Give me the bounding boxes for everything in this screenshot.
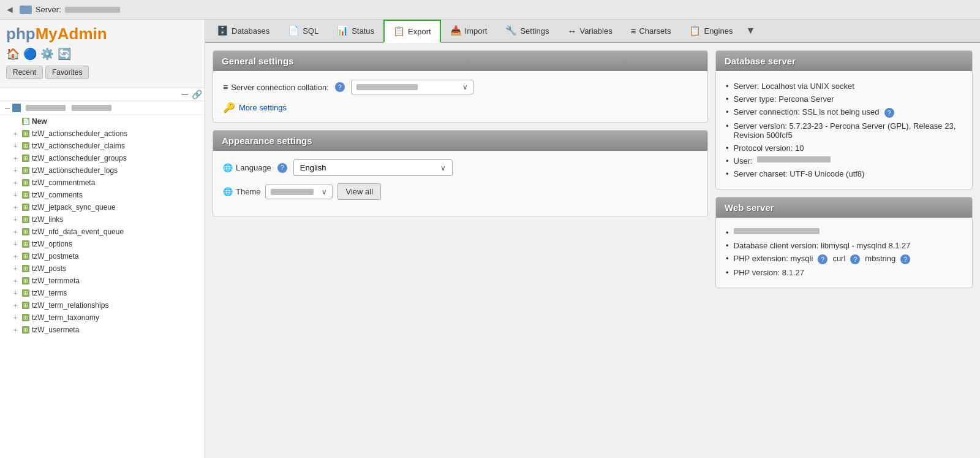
db-server-list: Server: Localhost via UNIX socket Server…: [726, 80, 962, 180]
import-icon: 📥: [450, 25, 462, 36]
table-icon: ⊞: [22, 277, 29, 284]
expand-icon: +: [13, 167, 22, 174]
tab-favorites[interactable]: Favorites: [45, 66, 89, 79]
db-server-item: Protocol version: 10: [726, 142, 962, 155]
db-name-redacted2: [72, 105, 111, 111]
list-item[interactable]: + ⊞ tzW_usermeta: [0, 324, 205, 336]
table-icon: ⊞: [22, 216, 29, 223]
tab-charsets-label: Charsets: [639, 26, 671, 36]
list-item[interactable]: + ⊞ tzW_options: [0, 238, 205, 250]
db-server-item: Server: Localhost via UNIX socket: [726, 80, 962, 93]
table-icon: ⊞: [22, 253, 29, 260]
tab-sql[interactable]: 📄 SQL: [279, 20, 328, 42]
db-server-item: Server version: 5.7.23-23 - Percona Serv…: [726, 120, 962, 142]
tab-settings-label: Settings: [520, 26, 549, 36]
table-icon: ⊞: [22, 326, 29, 334]
expand-icon: +: [13, 253, 22, 260]
tab-status[interactable]: 📊 Status: [328, 20, 383, 42]
list-icon: ≡: [223, 82, 228, 92]
back-arrow[interactable]: ◄: [5, 4, 15, 15]
db-server-item: Server type: Percona Server: [726, 93, 962, 105]
tree-collapse-toggle[interactable]: ─: [5, 104, 10, 112]
list-item[interactable]: + ⊞ tzW_actionscheduler_actions: [0, 128, 205, 140]
home-icon[interactable]: 🏠: [6, 47, 20, 61]
web-server-item: PHP version: 8.1.27: [726, 266, 962, 279]
tab-databases-label: Databases: [232, 26, 270, 36]
tab-settings[interactable]: 🔧 Settings: [496, 20, 558, 42]
list-item[interactable]: + ⊞ tzW_posts: [0, 262, 205, 275]
language-select[interactable]: English ∨: [293, 159, 453, 176]
expand-icon: +: [13, 155, 22, 162]
web-server-body: Database client version: libmysql - mysq…: [716, 218, 972, 288]
curl-info-icon[interactable]: ?: [850, 254, 860, 264]
theme-icon: 🌐: [223, 187, 233, 196]
list-item[interactable]: + ⊞ tzW_actionscheduler_logs: [0, 164, 205, 177]
expand-icon: +: [13, 228, 22, 235]
expand-icon: +: [13, 130, 22, 137]
collation-row: ≡ Server connection collation: ? ∨: [223, 80, 698, 94]
tab-engines[interactable]: 📋 Engines: [680, 20, 742, 42]
tab-charsets[interactable]: ≡ Charsets: [622, 20, 680, 42]
tab-status-label: Status: [352, 26, 374, 36]
tab-variables[interactable]: ↔️ Variables: [558, 20, 621, 42]
db-server-item: Server charset: UTF-8 Unicode (utf8): [726, 167, 962, 180]
list-item[interactable]: + ⊞ tzW_postmeta: [0, 250, 205, 262]
expand-icon: +: [13, 191, 22, 199]
ssl-info-icon[interactable]: ?: [884, 108, 894, 118]
list-item[interactable]: + ⊞ tzW_term_taxonomy: [0, 311, 205, 324]
list-item[interactable]: + ⊞ tzW_actionscheduler_groups: [0, 152, 205, 164]
sql-icon: 📄: [288, 25, 300, 36]
logo-myadmin: MyAdmin: [36, 25, 107, 43]
language-info-icon[interactable]: ?: [277, 163, 287, 173]
expand-icon: +: [13, 265, 22, 272]
collation-label: ≡ Server connection collation:: [223, 82, 329, 92]
db-icon: [12, 104, 21, 112]
list-item[interactable]: + ⊞ tzW_termmeta: [0, 275, 205, 287]
expand-icon: +: [13, 314, 22, 321]
mysqli-info-icon[interactable]: ?: [818, 254, 827, 264]
list-item[interactable]: + ⊞ tzW_jetpack_sync_queue: [0, 201, 205, 213]
general-settings-title: General settings: [222, 56, 699, 66]
view-all-button[interactable]: View all: [337, 183, 381, 200]
gear-icon[interactable]: ⚙️: [40, 47, 54, 61]
tab-recent[interactable]: Recent: [6, 66, 43, 79]
tab-import[interactable]: 📥 Import: [441, 20, 497, 42]
tab-export-label: Export: [408, 27, 431, 36]
list-item[interactable]: + ⊞ tzW_comments: [0, 189, 205, 201]
refresh-icon[interactable]: 🔄: [58, 47, 71, 61]
collapse-icon[interactable]: ─: [182, 90, 188, 99]
export-icon: 📋: [393, 26, 405, 37]
tab-export[interactable]: 📋 Export: [383, 20, 441, 43]
collation-value-redacted: [356, 84, 418, 90]
list-item[interactable]: + ⊞ tzW_nfd_data_event_queue: [0, 226, 205, 238]
appearance-settings-header: Appearance settings: [213, 131, 707, 151]
theme-label-text: 🌐 Theme: [223, 187, 260, 196]
collation-info-icon[interactable]: ?: [335, 82, 345, 92]
more-settings-link[interactable]: 🔑 More settings: [223, 102, 698, 113]
collation-select[interactable]: ∨: [351, 80, 473, 94]
list-item[interactable]: + ⊞ tzW_term_relationships: [0, 299, 205, 311]
theme-select[interactable]: ∨: [265, 185, 333, 199]
list-item[interactable]: + ⊞ tzW_links: [0, 213, 205, 226]
nav-more-button[interactable]: ▼: [742, 20, 759, 41]
theme-value-redacted: [271, 189, 314, 195]
appearance-settings-panel: Appearance settings 🌐 Language ? English: [213, 130, 708, 216]
tree-item-new[interactable]: 📄 New: [0, 115, 205, 128]
expand-icon: +: [13, 240, 22, 248]
info-circle-icon[interactable]: 🔵: [23, 47, 37, 61]
tab-variables-label: Variables: [579, 26, 612, 36]
table-icon: ⊞: [22, 179, 29, 186]
link-icon[interactable]: 🔗: [192, 90, 202, 99]
language-row: 🌐 Language ? English ∨: [223, 159, 698, 176]
web-server-panel: Web server Database client version: libm…: [715, 197, 973, 288]
list-item[interactable]: + ⊞ tzW_actionscheduler_claims: [0, 140, 205, 152]
language-icon: 🌐: [223, 163, 233, 172]
list-item[interactable]: + ⊞ tzW_commentmeta: [0, 177, 205, 189]
expand-icon: +: [13, 302, 22, 309]
list-item[interactable]: + ⊞ tzW_terms: [0, 287, 205, 299]
tab-sql-label: SQL: [303, 26, 318, 36]
mbstring-info-icon[interactable]: ?: [900, 254, 910, 264]
top-bar: ◄ Server:: [0, 0, 980, 20]
tab-databases[interactable]: 🗄️ Databases: [208, 20, 279, 42]
engines-icon: 📋: [689, 25, 701, 36]
